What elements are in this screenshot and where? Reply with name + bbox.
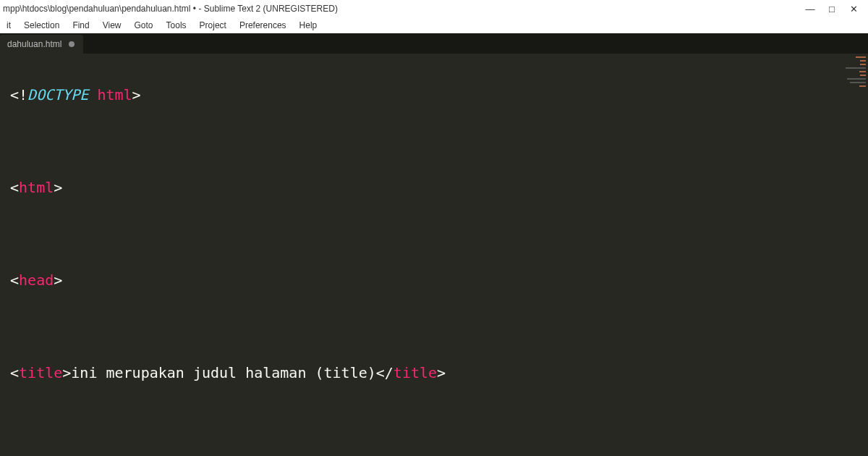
file-tab[interactable]: dahuluan.html [0,35,83,54]
code-line: </head> [10,453,868,456]
code-line-empty [10,129,868,153]
menu-project[interactable]: Project [193,20,233,30]
menu-selection[interactable]: Selection [17,20,66,30]
menu-find[interactable]: Find [66,20,95,30]
minimap[interactable] [839,54,868,456]
code-line: <head> [10,268,868,292]
window-controls: — □ ✕ [806,4,858,13]
menu-bar: it Selection Find View Goto Tools Projec… [0,17,868,33]
menu-preferences[interactable]: Preferences [233,20,293,30]
menu-goto[interactable]: Goto [128,20,160,30]
code-line: <html> [10,175,868,200]
window-titlebar: mpp\htdocs\blog\pendahuluan\pendahuluan.… [0,0,868,17]
menu-tools[interactable]: Tools [160,20,193,30]
code-line-empty [10,221,868,246]
code-content[interactable]: <!DOCTYPE html> <html> <head> <title>ini… [9,54,868,456]
menu-it[interactable]: it [0,20,17,30]
maximize-icon[interactable]: □ [827,4,836,13]
code-line: <title>ini merupakan judul halaman (titl… [10,360,868,385]
close-icon[interactable]: ✕ [849,4,858,13]
code-line-empty [10,407,868,431]
dirty-indicator-icon [69,41,75,47]
tab-label: dahuluan.html [7,39,61,49]
window-title: mpp\htdocs\blog\pendahuluan\pendahuluan.… [3,4,806,14]
tab-bar: dahuluan.html [0,33,868,54]
menu-view[interactable]: View [96,20,128,30]
minimize-icon[interactable]: — [806,4,814,13]
menu-help[interactable]: Help [293,20,324,30]
code-line: <!DOCTYPE html> [10,83,868,107]
code-line-empty [10,314,868,339]
editor[interactable]: <!DOCTYPE html> <html> <head> <title>ini… [0,54,868,456]
gutter [0,54,9,456]
